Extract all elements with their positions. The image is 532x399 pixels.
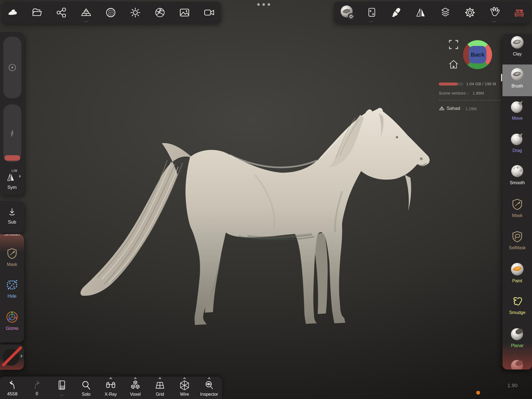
xray-label: X-Ray <box>99 392 122 397</box>
gizmo-label: Gizmo <box>0 326 24 331</box>
zoom-level: 1.90 <box>507 383 518 389</box>
background-image-icon[interactable] <box>178 6 191 19</box>
navball-back-label: Back <box>471 51 485 58</box>
tool-paint-label: Paint <box>502 278 532 283</box>
voxel-icon <box>130 380 141 391</box>
partial-sphere-icon <box>510 359 524 369</box>
inspector-label: Inspector <box>197 392 221 397</box>
camera-icon[interactable] <box>203 6 216 19</box>
panel-drag-tick[interactable] <box>501 74 502 81</box>
tool-move[interactable]: Move <box>502 99 532 121</box>
redo-count: 0 <box>25 391 49 396</box>
top-left-toolbar: … <box>2 2 221 24</box>
memory-bar-fill <box>439 83 458 86</box>
app-switcher-dots-icon[interactable] <box>257 3 270 6</box>
tool-selmask[interactable]: SelMask <box>502 230 532 250</box>
node-graph-icon[interactable] <box>55 6 68 19</box>
postprocess-icon[interactable] <box>153 6 166 19</box>
left-sub-panel: Sub <box>0 201 24 233</box>
navigation-ball[interactable]: Back <box>463 40 493 70</box>
tool-gizmo[interactable]: Gizmo <box>0 310 24 331</box>
stats-divider <box>439 100 501 101</box>
undo-icon <box>7 380 18 390</box>
settings-gear-icon[interactable] <box>463 6 477 19</box>
inspector-button[interactable]: Inspector <box>197 380 221 397</box>
history-button[interactable]: … <box>50 380 74 396</box>
redo-button[interactable]: 0 <box>25 380 49 396</box>
tool-smudge[interactable]: Smudge <box>502 295 532 315</box>
voxel-panel-caret-icon[interactable] <box>134 377 137 379</box>
wire-panel-caret-icon[interactable] <box>183 377 186 379</box>
gestures-hand-icon[interactable] <box>488 6 501 19</box>
light-more-indicator[interactable]: … <box>366 18 377 23</box>
inspector-icon <box>204 380 215 391</box>
scene-mesh-icon[interactable] <box>80 6 93 19</box>
radius-icon <box>8 63 17 72</box>
inspector-panel-caret-icon[interactable] <box>207 377 211 379</box>
light-card-icon[interactable] <box>365 6 378 19</box>
sym-label[interactable]: Sym <box>0 185 24 190</box>
material-sphere-icon[interactable] <box>340 5 355 20</box>
object-row[interactable]: Sahad · 1.29M <box>439 105 477 112</box>
tool-clay[interactable]: Clay <box>502 35 532 57</box>
symmetry-toggle-icon[interactable] <box>5 172 16 182</box>
tool-mask[interactable]: Mask <box>502 198 532 218</box>
tool-drag-label: Drag <box>502 148 532 153</box>
tool-hide[interactable]: Hide <box>0 279 24 299</box>
tool-brush-label: Brush <box>502 84 532 89</box>
home-icon[interactable] <box>448 59 459 70</box>
mask-shield-icon <box>6 247 18 260</box>
gestures-more-indicator[interactable]: … <box>489 18 499 23</box>
scene-more-indicator[interactable]: … <box>81 18 92 23</box>
sub-label[interactable]: Sub <box>0 219 24 225</box>
fullscreen-icon[interactable] <box>448 39 459 50</box>
xray-icon <box>105 380 116 391</box>
xray-panel-caret-icon[interactable] <box>109 377 112 379</box>
files-icon[interactable] <box>30 6 43 19</box>
voxel-label: Voxel <box>124 392 147 397</box>
paint-all-icon[interactable] <box>390 6 403 19</box>
app-logo-icon[interactable] <box>6 6 19 19</box>
grid-icon <box>154 380 166 391</box>
radius-slider[interactable] <box>3 37 21 98</box>
wire-button[interactable]: Wire <box>173 380 196 397</box>
object-vertices: 1.29M <box>465 106 477 111</box>
matcap-icon[interactable] <box>104 6 117 19</box>
planar-sphere-icon <box>510 327 524 341</box>
wire-label: Wire <box>173 392 196 397</box>
sym-expand-caret-icon[interactable] <box>19 175 21 178</box>
subtract-icon[interactable] <box>7 207 17 217</box>
intensity-value-pill[interactable] <box>4 155 20 161</box>
undo-count: 4558 <box>1 391 24 397</box>
scrolled-tool-label[interactable]: Smooth <box>0 234 24 237</box>
grid-panel-caret-icon[interactable] <box>158 377 162 379</box>
tool-planar[interactable]: Planar <box>502 327 532 348</box>
left-tool-panel: Smooth Mask Hide <box>0 234 24 342</box>
tool-brush[interactable]: Brush <box>502 67 532 89</box>
tool-planar-label: Planar <box>502 343 532 348</box>
solo-button[interactable]: Solo <box>74 380 98 397</box>
tool-paint[interactable]: Paint <box>502 262 532 283</box>
alpha-none-icon <box>1 347 22 368</box>
memory-bar <box>439 83 463 86</box>
undo-button[interactable]: 4558 <box>1 380 24 397</box>
left-alpha-panel[interactable] <box>0 345 24 370</box>
grid-label: Grid <box>148 392 172 397</box>
intensity-slider[interactable] <box>3 104 21 162</box>
grid-button[interactable]: Grid <box>148 380 172 397</box>
layers-icon[interactable] <box>439 6 452 19</box>
right-tool-panel: Clay Brush Move Drag Smooth <box>502 34 532 369</box>
xray-button[interactable]: X-Ray <box>99 380 122 397</box>
tool-drag[interactable]: Drag <box>502 132 532 153</box>
alpha-expand-caret-icon[interactable] <box>21 354 23 358</box>
voxel-button[interactable]: Voxel <box>124 380 147 397</box>
tool-next-partial[interactable] <box>502 359 532 369</box>
tool-smooth[interactable]: Smooth <box>502 164 532 185</box>
wire-icon <box>179 380 190 391</box>
symmetry-icon[interactable] <box>414 6 427 19</box>
tool-mask-left[interactable]: Mask <box>0 247 24 267</box>
paint-sphere-icon <box>510 262 524 276</box>
lighting-icon[interactable] <box>129 6 142 19</box>
toolbox-icon[interactable] <box>513 6 526 19</box>
tool-clay-label: Clay <box>502 52 532 57</box>
